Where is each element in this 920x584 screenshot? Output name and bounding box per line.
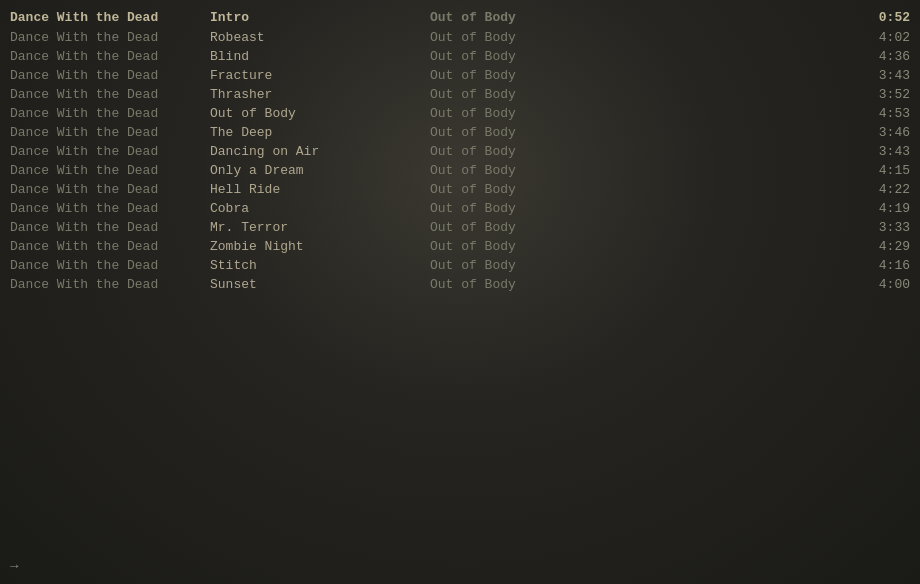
track-album: Out of Body xyxy=(430,49,850,64)
bottom-arrow-icon: → xyxy=(10,558,18,574)
table-row[interactable]: Dance With the DeadMr. TerrorOut of Body… xyxy=(0,218,920,237)
track-artist: Dance With the Dead xyxy=(10,68,210,83)
table-row[interactable]: Dance With the DeadZombie NightOut of Bo… xyxy=(0,237,920,256)
track-duration: 4:36 xyxy=(850,49,910,64)
track-artist: Dance With the Dead xyxy=(10,163,210,178)
track-album: Out of Body xyxy=(430,144,850,159)
track-title: Sunset xyxy=(210,277,430,292)
track-album: Out of Body xyxy=(430,201,850,216)
track-title: Robeast xyxy=(210,30,430,45)
table-row[interactable]: Dance With the DeadSunsetOut of Body4:00 xyxy=(0,275,920,294)
track-duration: 4:15 xyxy=(850,163,910,178)
track-duration: 3:43 xyxy=(850,144,910,159)
track-album: Out of Body xyxy=(430,68,850,83)
track-artist: Dance With the Dead xyxy=(10,125,210,140)
track-list: Dance With the Dead Intro Out of Body 0:… xyxy=(0,0,920,302)
table-row[interactable]: Dance With the DeadCobraOut of Body4:19 xyxy=(0,199,920,218)
track-title: Blind xyxy=(210,49,430,64)
track-artist: Dance With the Dead xyxy=(10,277,210,292)
track-album: Out of Body xyxy=(430,277,850,292)
track-artist: Dance With the Dead xyxy=(10,182,210,197)
track-artist: Dance With the Dead xyxy=(10,144,210,159)
table-row[interactable]: Dance With the DeadThe DeepOut of Body3:… xyxy=(0,123,920,142)
table-row[interactable]: Dance With the DeadThrasherOut of Body3:… xyxy=(0,85,920,104)
track-duration: 4:19 xyxy=(850,201,910,216)
track-title: The Deep xyxy=(210,125,430,140)
header-title: Intro xyxy=(210,10,430,25)
track-title: Thrasher xyxy=(210,87,430,102)
track-artist: Dance With the Dead xyxy=(10,220,210,235)
track-duration: 4:53 xyxy=(850,106,910,121)
track-album: Out of Body xyxy=(430,182,850,197)
track-album: Out of Body xyxy=(430,220,850,235)
track-album: Out of Body xyxy=(430,30,850,45)
track-album: Out of Body xyxy=(430,258,850,273)
track-album: Out of Body xyxy=(430,87,850,102)
track-artist: Dance With the Dead xyxy=(10,49,210,64)
header-album: Out of Body xyxy=(430,10,850,25)
track-artist: Dance With the Dead xyxy=(10,87,210,102)
track-album: Out of Body xyxy=(430,239,850,254)
track-duration: 4:16 xyxy=(850,258,910,273)
track-title: Hell Ride xyxy=(210,182,430,197)
track-duration: 4:29 xyxy=(850,239,910,254)
track-title: Only a Dream xyxy=(210,163,430,178)
track-title: Out of Body xyxy=(210,106,430,121)
track-title: Mr. Terror xyxy=(210,220,430,235)
track-artist: Dance With the Dead xyxy=(10,258,210,273)
track-artist: Dance With the Dead xyxy=(10,201,210,216)
table-row[interactable]: Dance With the DeadHell RideOut of Body4… xyxy=(0,180,920,199)
table-row[interactable]: Dance With the DeadFractureOut of Body3:… xyxy=(0,66,920,85)
track-artist: Dance With the Dead xyxy=(10,106,210,121)
track-album: Out of Body xyxy=(430,125,850,140)
track-title: Cobra xyxy=(210,201,430,216)
track-album: Out of Body xyxy=(430,106,850,121)
table-row[interactable]: Dance With the DeadDancing on AirOut of … xyxy=(0,142,920,161)
track-duration: 3:33 xyxy=(850,220,910,235)
track-duration: 4:00 xyxy=(850,277,910,292)
track-duration: 3:46 xyxy=(850,125,910,140)
track-duration: 3:43 xyxy=(850,68,910,83)
track-title: Stitch xyxy=(210,258,430,273)
table-row[interactable]: Dance With the DeadStitchOut of Body4:16 xyxy=(0,256,920,275)
header-duration: 0:52 xyxy=(850,10,910,25)
track-artist: Dance With the Dead xyxy=(10,239,210,254)
track-title: Dancing on Air xyxy=(210,144,430,159)
track-title: Fracture xyxy=(210,68,430,83)
track-duration: 4:22 xyxy=(850,182,910,197)
track-list-header: Dance With the Dead Intro Out of Body 0:… xyxy=(0,8,920,27)
table-row[interactable]: Dance With the DeadRobeastOut of Body4:0… xyxy=(0,28,920,47)
track-title: Zombie Night xyxy=(210,239,430,254)
table-row[interactable]: Dance With the DeadBlindOut of Body4:36 xyxy=(0,47,920,66)
track-artist: Dance With the Dead xyxy=(10,30,210,45)
header-artist: Dance With the Dead xyxy=(10,10,210,25)
track-album: Out of Body xyxy=(430,163,850,178)
table-row[interactable]: Dance With the DeadOut of BodyOut of Bod… xyxy=(0,104,920,123)
table-row[interactable]: Dance With the DeadOnly a DreamOut of Bo… xyxy=(0,161,920,180)
track-duration: 3:52 xyxy=(850,87,910,102)
track-duration: 4:02 xyxy=(850,30,910,45)
